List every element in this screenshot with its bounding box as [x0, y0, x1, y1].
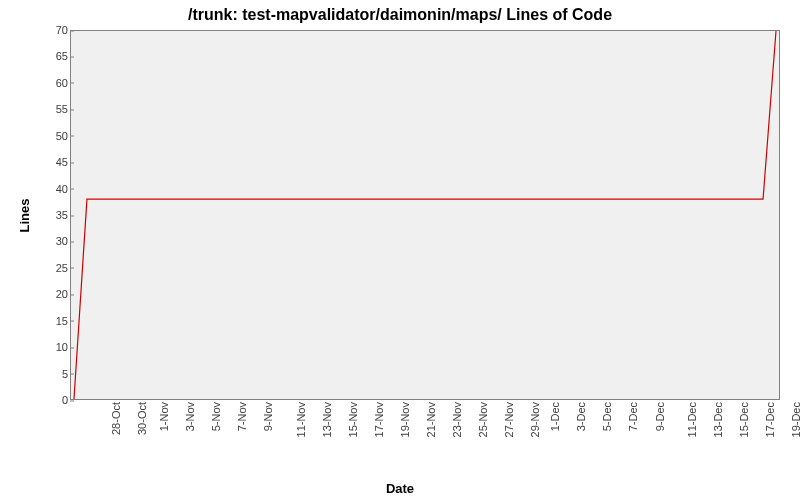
line-svg: [71, 31, 779, 399]
x-tick: 7-Dec: [629, 402, 640, 431]
x-tick: 15-Nov: [348, 402, 359, 437]
x-tick: 9-Dec: [655, 402, 666, 431]
x-tick: 15-Dec: [739, 402, 750, 437]
x-tick: 7-Nov: [238, 402, 249, 431]
y-tick: 25: [34, 262, 68, 273]
x-tick: 9-Nov: [264, 402, 275, 431]
y-tick: 20: [34, 289, 68, 300]
x-tick: 21-Nov: [426, 402, 437, 437]
x-tick: 19-Nov: [400, 402, 411, 437]
x-tick: 13-Nov: [322, 402, 333, 437]
x-tick: 13-Dec: [713, 402, 724, 437]
x-tick: 5-Nov: [212, 402, 223, 431]
y-tick: 5: [34, 368, 68, 379]
x-tick: 17-Dec: [765, 402, 776, 437]
y-tick: 55: [34, 104, 68, 115]
y-tick: 40: [34, 183, 68, 194]
y-tick: 35: [34, 210, 68, 221]
x-tick: 3-Nov: [186, 402, 197, 431]
data-line: [74, 31, 776, 399]
x-axis-label: Date: [0, 481, 800, 496]
y-tick: 70: [34, 25, 68, 36]
x-tick: 1-Dec: [551, 402, 562, 431]
x-tick: 23-Nov: [452, 402, 463, 437]
x-tick: 27-Nov: [505, 402, 516, 437]
loc-chart: /trunk: test-mapvalidator/daimonin/maps/…: [0, 0, 800, 500]
x-tick: 25-Nov: [479, 402, 490, 437]
x-tick: 3-Dec: [577, 402, 588, 431]
x-tick: 19-Dec: [791, 402, 800, 437]
x-tick: 30-Oct: [137, 402, 148, 435]
y-tick: 45: [34, 157, 68, 168]
x-tick: 11-Nov: [296, 402, 307, 437]
y-tick: 10: [34, 342, 68, 353]
x-tick: 1-Nov: [159, 402, 170, 431]
y-axis-label-text: Lines: [18, 198, 33, 232]
y-tick: 60: [34, 77, 68, 88]
y-tick: 65: [34, 51, 68, 62]
y-tick: 30: [34, 236, 68, 247]
x-tick: 29-Nov: [531, 402, 542, 437]
chart-title: /trunk: test-mapvalidator/daimonin/maps/…: [0, 6, 800, 24]
y-tick: 0: [34, 395, 68, 406]
x-tick: 11-Dec: [687, 402, 698, 437]
x-tick: 5-Dec: [603, 402, 614, 431]
x-tick: 17-Nov: [374, 402, 385, 437]
plot-area: [70, 30, 780, 400]
y-tick: 50: [34, 130, 68, 141]
x-tick: 28-Oct: [111, 402, 122, 435]
y-tick: 15: [34, 315, 68, 326]
